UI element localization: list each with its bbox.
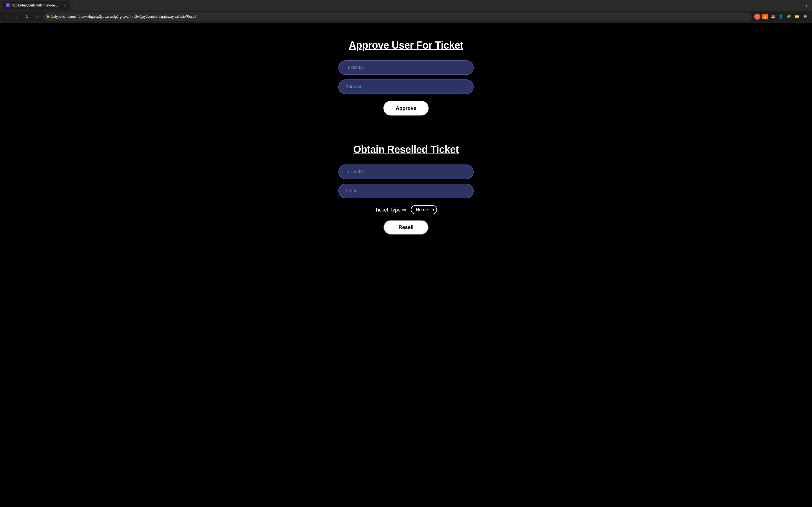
resell-button[interactable]: Resell [384,220,428,235]
approve-section: Approve User For Ticket Approve [338,40,474,115]
ticket-type-select-wrapper: Home Away VIP [411,205,437,214]
obtain-token-id-input[interactable] [338,165,474,179]
approve-button[interactable]: Approve [384,101,428,115]
approve-address-input[interactable] [338,79,474,94]
ticket-type-select[interactable]: Home Away VIP [411,205,437,214]
tab-dropdown-icon[interactable]: ▾ [806,3,810,8]
lock-icon: 🔒 [46,15,50,18]
brave-rewards-icon[interactable]: ▲ [762,13,769,20]
tab-bar: V https://bafybeifclndlmnvrfqoew... × + … [0,0,812,11]
tab-favicon: V [6,3,10,7]
approve-form [338,60,474,94]
obtain-section: Obtain Reselled Ticket Ticket Type ⇒ Hom… [338,144,474,235]
browser-extensions: 🛡 ▲ 🦊 👤 🧩 💳 ≡ [754,13,809,20]
obtain-from-input[interactable] [338,184,474,198]
extensions-icon[interactable]: 🧩 [785,13,792,20]
brave-shield-badge: 🛡 [754,13,760,20]
approve-token-id-input[interactable] [338,60,474,75]
ticket-type-row: Ticket Type ⇒ Home Away VIP [375,205,437,214]
metamask-icon[interactable]: 🦊 [770,13,776,20]
tab-title: https://bafybeifclndlmnvrfqoew... [12,3,60,7]
approve-section-title: Approve User For Ticket [349,40,463,51]
reload-button[interactable]: ↻ [23,13,31,20]
profile-icon[interactable]: 👤 [777,13,784,20]
tab-close-button[interactable]: × [62,3,66,8]
wallet-icon[interactable]: 💳 [794,13,800,20]
brave-rewards-badge: ▲ [762,14,768,19]
browser-chrome: V https://bafybeifclndlmnvrfqoew... × + … [0,0,812,22]
obtain-section-title: Obtain Reselled Ticket [353,144,459,156]
page-content: Approve User For Ticket Approve Obtain R… [0,22,812,507]
browser-toolbar: ‹ › ↻ ☆ 🔒 🛡 ▲ 🦊 👤 🧩 💳 ≡ [0,11,812,22]
active-tab[interactable]: V https://bafybeifclndlmnvrfqoew... × [2,1,70,10]
new-tab-button[interactable]: + [71,1,79,9]
browser-menu-button[interactable]: ≡ [801,13,809,20]
back-button[interactable]: ‹ [3,13,11,20]
address-input[interactable] [43,12,752,21]
forward-button[interactable]: › [13,13,21,20]
brave-shield-icon[interactable]: 🛡 [754,13,761,20]
address-bar-wrapper: 🔒 [43,12,752,21]
ticket-type-label: Ticket Type ⇒ [375,207,406,213]
obtain-form [338,165,474,198]
bookmark-button[interactable]: ☆ [33,13,41,20]
